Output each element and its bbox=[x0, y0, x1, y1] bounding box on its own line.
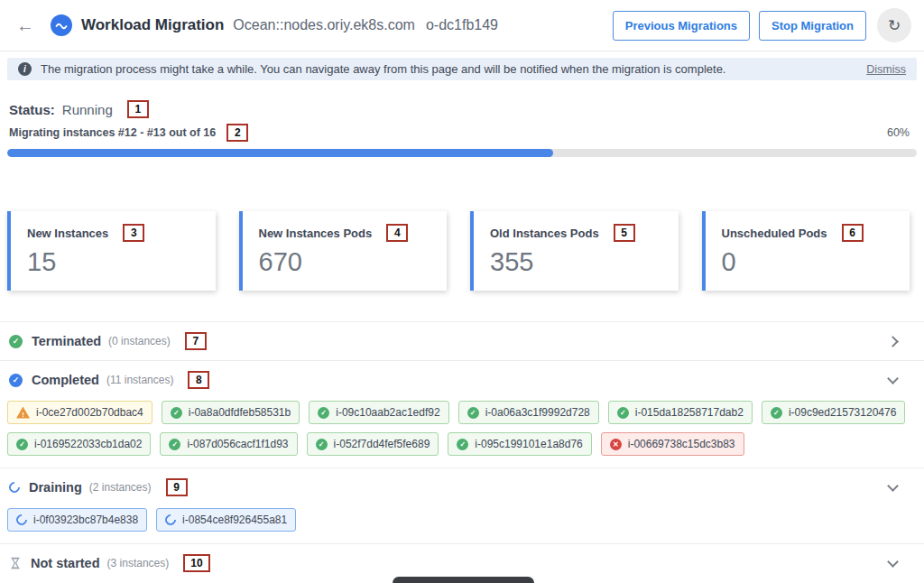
hourglass-icon bbox=[9, 557, 22, 569]
instance-chip[interactable]: ✓i-09c10aab2ac1edf92 bbox=[309, 401, 448, 424]
instance-chip[interactable]: ✓i-09c9ed21573120476 bbox=[762, 401, 905, 424]
annotation-3: 3 bbox=[123, 224, 144, 242]
instance-chip[interactable]: i-0854ce8f926455a81 bbox=[156, 508, 296, 532]
instance-id: i-0a06a3c1f9992d728 bbox=[485, 406, 590, 419]
instance-id: i-0ce27d002b70dbac4 bbox=[36, 406, 143, 419]
instance-id: i-015da18258717dab2 bbox=[635, 406, 744, 419]
instance-id: i-0854ce8f926455a81 bbox=[182, 514, 287, 526]
page-title: Workload Migration bbox=[81, 16, 224, 34]
success-icon: ✓ bbox=[318, 407, 329, 419]
terminated-check-icon: ✓ bbox=[9, 335, 23, 348]
card-old-instances-pods: Old Instances Pods 5 355 bbox=[470, 211, 679, 291]
status-label: Status: bbox=[9, 102, 55, 117]
success-icon: ✓ bbox=[457, 439, 468, 450]
success-icon: ✓ bbox=[169, 439, 180, 450]
banner-message: The migration process might take a while… bbox=[41, 62, 725, 76]
section-draining[interactable]: Draining (2 instances) 9 bbox=[0, 467, 924, 506]
success-icon: ✓ bbox=[617, 407, 629, 419]
chevron-right-icon[interactable] bbox=[887, 336, 899, 347]
instance-chip[interactable]: ✓i-087d056cacf1f1d93 bbox=[160, 432, 297, 456]
completed-chips: !i-0ce27d002b70dbac4 ✓i-0a8a0dfdfeb58531… bbox=[0, 399, 924, 467]
instance-id: i-0169522033cb1da02 bbox=[34, 438, 142, 450]
progress-bar bbox=[7, 149, 917, 157]
instance-id: i-087d056cacf1f1d93 bbox=[187, 438, 288, 450]
metric-cards: New Instances 3 15 New Instances Pods 4 … bbox=[7, 211, 910, 291]
card-unscheduled-pods: Unscheduled Pods 6 0 bbox=[702, 211, 910, 291]
refresh-icon: ↻ bbox=[888, 16, 901, 35]
annotation-1: 1 bbox=[127, 100, 149, 118]
refresh-button[interactable]: ↻ bbox=[877, 8, 911, 42]
info-icon: i bbox=[18, 62, 32, 76]
annotation-2: 2 bbox=[226, 124, 248, 142]
card-value: 355 bbox=[490, 247, 664, 277]
section-count: (11 instances) bbox=[106, 374, 173, 386]
draining-chips: i-0f03923bc87b4e838 i-0854ce8f926455a81 bbox=[0, 506, 924, 543]
section-title: Completed bbox=[32, 373, 99, 387]
ocean-id: o-dc1fb149 bbox=[426, 17, 498, 33]
instance-sections: ✓ Terminated (0 instances) 7 ✓ Completed… bbox=[0, 321, 924, 583]
migration-detail: Migrating instances #12 - #13 out of 16 bbox=[9, 126, 216, 139]
success-icon: ✓ bbox=[171, 407, 182, 419]
chevron-down-icon[interactable] bbox=[887, 373, 899, 384]
chevron-down-icon[interactable] bbox=[887, 480, 899, 492]
section-title: Draining bbox=[29, 480, 82, 495]
card-value: 15 bbox=[27, 247, 201, 277]
annotation-8: 8 bbox=[188, 371, 209, 389]
instance-id: i-052f7dd4fef5fe689 bbox=[334, 438, 430, 450]
instance-id: i-09c9ed21573120476 bbox=[789, 406, 896, 419]
instance-chip[interactable]: ✕i-00669738c15dc3b83 bbox=[601, 432, 744, 456]
instance-id: i-00669738c15dc3b83 bbox=[628, 438, 735, 450]
status-section: Status: Running 1 Migrating instances #1… bbox=[0, 100, 924, 142]
section-title: Not started bbox=[31, 556, 100, 570]
info-banner: i The migration process might take a whi… bbox=[7, 58, 917, 80]
instance-chip[interactable]: ✓i-0169522033cb1da02 bbox=[7, 432, 151, 456]
draining-spinner-icon bbox=[7, 480, 23, 495]
annotation-10: 10 bbox=[183, 554, 209, 572]
instance-chip[interactable]: ✓i-052f7dd4fef5fe689 bbox=[307, 432, 439, 456]
warning-icon: ! bbox=[16, 407, 30, 419]
instance-id: i-095c199101e1a8d76 bbox=[475, 438, 582, 450]
section-count: (2 instances) bbox=[89, 481, 152, 494]
progress-percent: 60% bbox=[887, 126, 910, 139]
header: ← Workload Migration Ocean::nodes.oriy.e… bbox=[0, 0, 924, 51]
annotation-4: 4 bbox=[386, 224, 408, 242]
annotation-5: 5 bbox=[614, 224, 635, 242]
card-label: Old Instances Pods bbox=[490, 227, 599, 240]
instance-id: i-09c10aab2ac1edf92 bbox=[336, 406, 439, 419]
section-terminated[interactable]: ✓ Terminated (0 instances) 7 bbox=[0, 321, 924, 360]
instance-chip[interactable]: ✓i-015da18258717dab2 bbox=[608, 401, 753, 424]
instance-id: i-0a8a0dfdfeb58531b bbox=[189, 406, 291, 419]
section-completed[interactable]: ✓ Completed (11 instances) 8 bbox=[0, 360, 924, 399]
instance-chip[interactable]: i-0f03923bc87b4e838 bbox=[7, 508, 147, 532]
success-icon: ✓ bbox=[771, 407, 782, 419]
progress-bar-fill bbox=[7, 149, 553, 157]
section-count: (0 instances) bbox=[108, 335, 171, 347]
back-arrow-icon[interactable]: ← bbox=[16, 16, 34, 34]
card-new-instances: New Instances 3 15 bbox=[7, 211, 216, 291]
annotation-7: 7 bbox=[185, 332, 207, 350]
instance-chip[interactable]: ✓i-0a06a3c1f9992d728 bbox=[458, 401, 599, 424]
instance-chip[interactable]: !i-0ce27d002b70dbac4 bbox=[7, 401, 152, 424]
previous-migrations-button[interactable]: Previous Migrations bbox=[613, 11, 750, 41]
section-title: Terminated bbox=[32, 334, 101, 348]
stop-migration-button[interactable]: Stop Migration bbox=[759, 11, 866, 41]
card-label: New Instances bbox=[27, 227, 108, 240]
dismiss-link[interactable]: Dismiss bbox=[866, 63, 906, 76]
card-value: 670 bbox=[259, 247, 433, 277]
annotation-9: 9 bbox=[166, 478, 188, 496]
annotation-6: 6 bbox=[842, 224, 864, 242]
card-value: 0 bbox=[722, 247, 896, 277]
instance-chip[interactable]: ✓i-0a8a0dfdfeb58531b bbox=[162, 401, 300, 424]
success-icon: ✓ bbox=[316, 439, 328, 450]
bottom-overlay-bar bbox=[393, 577, 534, 583]
status-value: Running bbox=[62, 102, 113, 117]
ocean-logo-icon bbox=[51, 14, 72, 36]
error-icon: ✕ bbox=[610, 439, 622, 450]
card-label: Unscheduled Pods bbox=[722, 227, 827, 240]
draining-spinner-icon bbox=[14, 513, 30, 528]
success-icon: ✓ bbox=[16, 439, 28, 450]
chevron-down-icon[interactable] bbox=[887, 556, 899, 568]
instance-chip[interactable]: ✓i-095c199101e1a8d76 bbox=[448, 432, 591, 456]
instance-id: i-0f03923bc87b4e838 bbox=[33, 514, 138, 526]
card-new-instances-pods: New Instances Pods 4 670 bbox=[239, 211, 448, 291]
